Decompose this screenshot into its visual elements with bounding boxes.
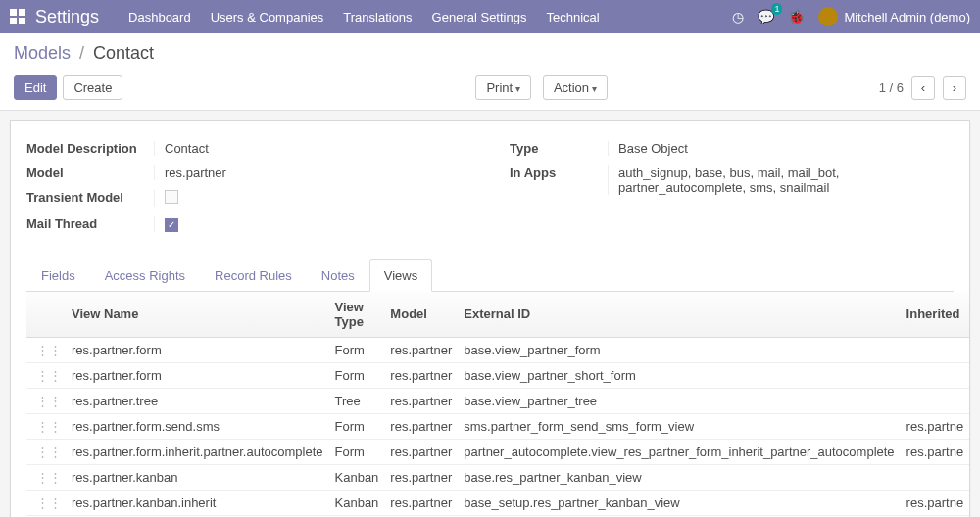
cell-type: Form <box>329 362 385 388</box>
tab-record-rules[interactable]: Record Rules <box>200 259 307 292</box>
field-label: Mail Thread <box>26 216 154 231</box>
cell-inh: res.partne <box>901 490 970 515</box>
tab-fields[interactable]: Fields <box>26 259 90 292</box>
tab-notes[interactable]: Notes <box>307 259 369 292</box>
field-value: Base Object <box>608 141 954 156</box>
debug-icon[interactable]: 🐞 <box>788 9 805 24</box>
column-header[interactable]: Model <box>384 292 458 338</box>
field-value: res.partner <box>154 165 470 180</box>
cell-inh <box>901 388 970 413</box>
field-label: In Apps <box>510 165 608 180</box>
column-header[interactable]: External ID <box>458 292 900 338</box>
toolbar: Edit Create Print Action 1 / 6 ‹ › <box>0 70 980 110</box>
table-row[interactable]: ⋮⋮res.partner.form.send.smsFormres.partn… <box>26 413 969 439</box>
drag-handle-icon[interactable]: ⋮⋮ <box>36 343 62 357</box>
cell-type: Form <box>329 337 385 362</box>
checkbox-empty-icon[interactable] <box>165 190 178 204</box>
pager-count: 1 / 6 <box>879 80 904 95</box>
pager-prev[interactable]: ‹ <box>911 76 935 100</box>
menu-item[interactable]: Translations <box>343 10 412 24</box>
cell-model: res.partner <box>384 413 458 439</box>
drag-handle-icon[interactable]: ⋮⋮ <box>36 394 62 408</box>
cell-type: Form <box>329 413 385 439</box>
breadcrumb: Models / Contact <box>0 33 980 70</box>
column-header[interactable]: View Type <box>329 292 385 338</box>
menu-item[interactable]: General Settings <box>432 10 527 24</box>
field-row: Model DescriptionContact <box>26 141 470 156</box>
table-row[interactable]: ⋮⋮res.partner.form.inherit.partner.autoc… <box>26 439 969 464</box>
field-label: Model Description <box>26 141 154 156</box>
field-row: Transient Model <box>26 190 470 207</box>
cell-type: Kanban <box>329 464 385 490</box>
table-row[interactable]: ⋮⋮res.partner.formFormres.partnerbase.vi… <box>26 362 969 388</box>
form-right-column: TypeBase ObjectIn Appsauth_signup, base,… <box>510 141 954 242</box>
cell-name: res.partner.form.send.sms <box>66 413 329 439</box>
breadcrumb-sep: / <box>79 43 84 63</box>
table-row[interactable]: ⋮⋮res.partner.treeTreeres.partnerbase.vi… <box>26 388 969 413</box>
field-row: TypeBase Object <box>510 141 954 156</box>
action-dropdown[interactable]: Action <box>543 75 608 100</box>
cell-inh: res.partne <box>901 413 970 439</box>
drag-handle-icon[interactable]: ⋮⋮ <box>36 445 62 459</box>
messages-badge: 1 <box>771 3 782 15</box>
edit-button[interactable]: Edit <box>14 75 57 100</box>
cell-inh <box>901 464 970 490</box>
table-row[interactable]: ⋮⋮res.partner.kanban.inheritKanbanres.pa… <box>26 490 969 515</box>
cell-model: res.partner <box>384 362 458 388</box>
top-menu: Dashboard Users & Companies Translations… <box>128 10 732 24</box>
table-body: ⋮⋮res.partner.formFormres.partnerbase.vi… <box>26 337 969 517</box>
breadcrumb-root[interactable]: Models <box>14 43 71 63</box>
field-row: Modelres.partner <box>26 165 470 180</box>
table-row[interactable]: ⋮⋮res.partner.formFormres.partnerbase.vi… <box>26 337 969 362</box>
field-label: Model <box>26 165 154 180</box>
apps-icon[interactable] <box>10 9 25 24</box>
cell-model: res.partner <box>384 490 458 515</box>
cell-model: res.partner <box>384 388 458 413</box>
drag-handle-icon[interactable]: ⋮⋮ <box>36 368 62 383</box>
drag-handle-icon[interactable]: ⋮⋮ <box>36 495 62 510</box>
field-value: auth_signup, base, bus, mail, mail_bot, … <box>608 165 954 195</box>
menu-item[interactable]: Users & Companies <box>211 10 324 24</box>
drag-handle-icon[interactable]: ⋮⋮ <box>36 470 62 485</box>
column-header[interactable]: Inherited <box>901 292 970 338</box>
breadcrumb-current: Contact <box>93 43 154 63</box>
table-row[interactable]: ⋮⋮res.partner.kanbanKanbanres.partnerbas… <box>26 464 969 490</box>
column-header[interactable]: View Name <box>66 292 329 338</box>
field-label: Transient Model <box>26 190 154 205</box>
tabs: FieldsAccess RightsRecord RulesNotesView… <box>26 259 954 292</box>
cell-model: res.partner <box>384 464 458 490</box>
create-button[interactable]: Create <box>63 75 122 100</box>
messages-icon[interactable]: 💬1 <box>758 9 774 24</box>
cell-extid: base.view_partner_short_form <box>458 362 900 388</box>
cell-extid: base.view_partner_tree <box>458 388 900 413</box>
cell-name: res.partner.form <box>66 362 329 388</box>
menu-item[interactable]: Technical <box>546 10 599 24</box>
col-handle <box>26 292 66 338</box>
cell-name: res.partner.form <box>66 337 329 362</box>
print-dropdown[interactable]: Print <box>475 75 531 100</box>
table-header-row: View NameView TypeModelExternal IDInheri… <box>26 292 969 338</box>
cell-type: Form <box>329 439 385 464</box>
field-label: Type <box>510 141 608 156</box>
checkbox-checked-icon[interactable]: ✓ <box>165 218 178 232</box>
field-value: ✓ <box>154 216 470 232</box>
drag-handle-icon[interactable]: ⋮⋮ <box>36 419 62 434</box>
pager-next[interactable]: › <box>943 76 966 100</box>
cell-type: Kanban <box>329 490 385 515</box>
cell-model: res.partner <box>384 439 458 464</box>
field-row: In Appsauth_signup, base, bus, mail, mai… <box>510 165 954 195</box>
cell-type: Tree <box>329 388 385 413</box>
cell-inh <box>901 337 970 362</box>
user-menu[interactable]: Mitchell Admin (demo) <box>818 7 970 26</box>
field-value <box>154 190 470 207</box>
views-table: View NameView TypeModelExternal IDInheri… <box>26 292 969 518</box>
clock-icon[interactable]: ◷ <box>732 9 744 24</box>
cell-extid: partner_autocomplete.view_res_partner_fo… <box>458 439 900 464</box>
cell-inh <box>901 362 970 388</box>
cell-extid: base_setup.res_partner_kanban_view <box>458 490 900 515</box>
tab-views[interactable]: Views <box>369 259 432 292</box>
menu-item[interactable]: Dashboard <box>128 10 191 24</box>
avatar <box>818 7 838 26</box>
tab-access-rights[interactable]: Access Rights <box>90 259 200 292</box>
cell-name: res.partner.kanban <box>66 464 329 490</box>
